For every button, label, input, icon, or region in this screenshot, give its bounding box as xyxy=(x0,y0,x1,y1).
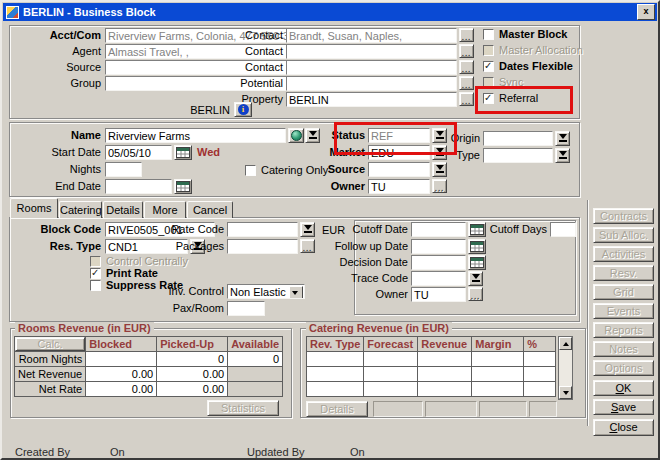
notes-button[interactable]: Notes xyxy=(593,341,654,357)
market-field[interactable]: EDU xyxy=(368,145,430,160)
suppress-rate-checkbox[interactable] xyxy=(90,280,101,291)
follow-up-date-field[interactable] xyxy=(411,239,466,254)
dates-flexible-checkbox[interactable] xyxy=(483,61,494,72)
catering-table-scrollbar[interactable] xyxy=(558,336,573,400)
referral-checkbox[interactable] xyxy=(483,93,494,104)
mid-owner-label: Owner xyxy=(310,180,365,193)
referral-label: Referral xyxy=(499,92,538,105)
start-date-weekday: Wed xyxy=(197,146,220,159)
scroll-up-icon[interactable] xyxy=(559,337,572,350)
decision-date-field[interactable] xyxy=(411,255,466,270)
end-date-calendar-icon[interactable] xyxy=(174,179,192,194)
packages-field[interactable] xyxy=(227,239,298,254)
origin-lov-button[interactable] xyxy=(555,131,570,146)
start-date-calendar-icon[interactable] xyxy=(174,145,192,160)
net-rate-picked-cell[interactable]: 0.00 xyxy=(157,382,228,397)
contact1-label: Contact xyxy=(223,29,283,42)
follow-up-calendar-icon[interactable] xyxy=(468,239,486,254)
cutoff-date-label: Cutoff Date xyxy=(333,223,408,236)
start-date-field[interactable]: 05/05/10 xyxy=(105,145,172,160)
catering-total-forecast-cell xyxy=(373,401,423,417)
rooms-owner-label: Owner xyxy=(333,288,408,301)
ok-button[interactable]: OK xyxy=(593,380,654,396)
resv-button[interactable]: Resv. xyxy=(593,265,654,281)
contact1-field[interactable]: Brandt, Susan, Naples, xyxy=(286,28,457,43)
mid-source-lov-button[interactable] xyxy=(432,162,447,177)
tab-cancel[interactable]: Cancel xyxy=(187,201,233,218)
scroll-down-icon[interactable] xyxy=(559,386,572,399)
net-revenue-picked-cell[interactable]: 0.00 xyxy=(157,367,228,382)
reports-button[interactable]: Reports xyxy=(593,322,654,338)
events-button[interactable]: Events xyxy=(593,303,654,319)
options-button[interactable]: Options xyxy=(593,360,654,376)
calc-button[interactable]: Calc. xyxy=(15,337,85,351)
tab-catering[interactable]: Catering xyxy=(59,201,102,218)
pax-room-field[interactable] xyxy=(227,301,265,316)
chevron-down-icon[interactable] xyxy=(289,286,303,299)
save-button[interactable]: Save xyxy=(593,399,654,415)
trace-code-lov-button[interactable] xyxy=(468,271,483,286)
info-icon[interactable]: i xyxy=(234,102,252,117)
contracts-button[interactable]: Contracts xyxy=(593,208,654,224)
sub-alloc-button[interactable]: Sub Alloc. xyxy=(593,227,654,243)
trace-code-field[interactable] xyxy=(411,271,466,286)
net-revenue-blocked-cell[interactable]: 0.00 xyxy=(86,367,157,382)
catering-only-checkbox[interactable] xyxy=(245,165,256,176)
activities-button[interactable]: Activities xyxy=(593,246,654,262)
app-icon xyxy=(6,6,19,19)
tab-details[interactable]: Details xyxy=(103,201,143,218)
rate-code-lov-button[interactable] xyxy=(300,222,315,237)
globe-icon[interactable] xyxy=(288,128,304,143)
inv-control-combo[interactable]: Non Elastic xyxy=(227,284,305,299)
cutoff-date-calendar-icon[interactable] xyxy=(468,222,486,237)
room-nights-blocked-cell[interactable] xyxy=(86,352,157,367)
rooms-owner-field[interactable]: TU xyxy=(411,287,466,302)
mid-owner-field[interactable]: TU xyxy=(368,179,430,194)
end-date-field[interactable] xyxy=(105,179,172,194)
master-block-checkbox[interactable] xyxy=(483,29,494,40)
room-nights-available-cell[interactable]: 0 xyxy=(228,352,283,367)
contact2-field[interactable] xyxy=(286,44,457,59)
mid-owner-ellipsis-button[interactable] xyxy=(432,179,447,193)
mid-source-field[interactable] xyxy=(368,162,430,177)
details-button[interactable]: Details xyxy=(306,401,368,417)
packages-ellipsis-button[interactable] xyxy=(300,239,315,253)
potential-field[interactable] xyxy=(286,76,457,91)
rooms-owner-ellipsis-button[interactable] xyxy=(468,287,483,301)
table-row: Net Rate 0.00 0.00 xyxy=(15,382,283,397)
acct-com-label: Acct/Com xyxy=(6,29,101,42)
tab-rooms[interactable]: Rooms xyxy=(10,198,58,218)
type-field[interactable] xyxy=(483,148,553,163)
group-label: Group xyxy=(6,77,101,90)
contact3-label: Contact xyxy=(223,61,283,74)
title-bar[interactable]: BERLIN - Business Block xyxy=(3,3,657,21)
property-field[interactable]: BERLIN xyxy=(286,92,457,107)
cutoff-days-field[interactable] xyxy=(550,222,576,237)
status-field[interactable]: REF xyxy=(368,128,430,143)
tab-more[interactable]: More xyxy=(144,201,186,218)
contact3-field[interactable] xyxy=(286,60,457,75)
contact3-ellipsis-button[interactable] xyxy=(459,60,474,74)
room-nights-picked-cell[interactable]: 0 xyxy=(157,352,228,367)
type-lov-button[interactable] xyxy=(555,148,570,163)
cutoff-days-label: Cutoff Days xyxy=(488,223,547,236)
origin-field[interactable] xyxy=(483,131,553,146)
decision-calendar-icon[interactable] xyxy=(468,255,486,270)
statistics-button[interactable]: Statistics xyxy=(207,400,279,416)
net-rate-blocked-cell[interactable]: 0.00 xyxy=(86,382,157,397)
cutoff-date-field[interactable] xyxy=(411,222,466,237)
contact2-ellipsis-button[interactable] xyxy=(459,44,474,58)
nights-field[interactable] xyxy=(105,162,142,177)
res-type-label: Res. Type xyxy=(6,240,101,253)
grid-button[interactable]: Grid xyxy=(593,284,654,300)
row-net-rate-label: Net Rate xyxy=(15,382,86,397)
property-label: Property xyxy=(223,93,283,106)
property-ellipsis-button[interactable] xyxy=(459,92,474,106)
contact1-ellipsis-button[interactable] xyxy=(459,28,474,42)
close-button[interactable]: Close xyxy=(593,419,654,436)
name-field[interactable]: Riverview Farms xyxy=(105,128,286,143)
potential-ellipsis-button[interactable] xyxy=(459,76,474,90)
print-rate-checkbox[interactable] xyxy=(90,268,101,279)
close-icon[interactable]: x xyxy=(637,4,655,20)
rate-code-field[interactable] xyxy=(227,222,298,237)
